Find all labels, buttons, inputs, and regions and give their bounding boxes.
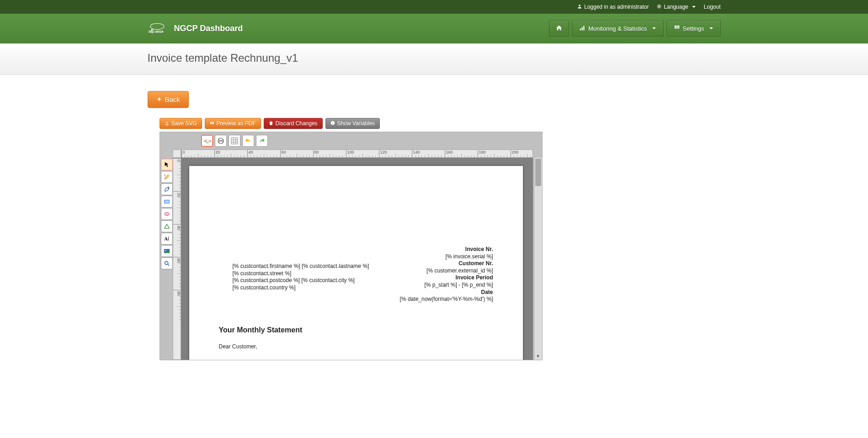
show-variables-button[interactable]: i Show Variables: [325, 118, 380, 129]
user-icon: [577, 4, 582, 10]
brand-title: NGCP Dashboard: [174, 24, 243, 33]
svg-rect-23: [231, 138, 238, 144]
preview-pdf-button[interactable]: Preview as PDF: [205, 118, 261, 129]
svg-rect-26: [164, 200, 169, 203]
text-tool[interactable]: A: [161, 233, 173, 245]
svg-rect-10: [676, 27, 677, 28]
monitoring-button[interactable]: Monitoring & Statistics: [572, 20, 664, 37]
invoice-meta-value: [% customer.external_id %]: [400, 267, 493, 275]
logout-link[interactable]: Logout: [704, 4, 721, 10]
discard-label: Discard Changes: [276, 120, 318, 127]
svg-point-2: [150, 23, 164, 29]
undo-tool[interactable]: [242, 135, 254, 147]
invoice-greeting: Dear Customer,: [219, 343, 257, 350]
path-tool[interactable]: [161, 220, 173, 232]
brand[interactable]: sip:wise NGCP Dashboard: [148, 22, 243, 35]
home-icon: [556, 25, 562, 32]
editor-top-toolbar: <>svg: [160, 132, 542, 150]
select-tool[interactable]: [161, 159, 173, 171]
svg-rect-4: [581, 27, 582, 30]
canvas-viewport[interactable]: [% custcontact.firstname %] [% custconta…: [181, 158, 533, 360]
svg-editor: <>svg 2 A: [160, 132, 543, 360]
page-title-wrap: Invoice template Rechnung_v1: [0, 43, 868, 75]
caret-down-icon: [709, 27, 713, 29]
scroll-thumb[interactable]: [535, 159, 541, 186]
edit-source-tool[interactable]: <>svg: [201, 135, 213, 147]
globe-icon: [657, 4, 661, 10]
language-link[interactable]: Language: [657, 4, 695, 10]
rect-tool[interactable]: [161, 196, 173, 208]
svg-rect-7: [676, 25, 677, 27]
bars-icon: [580, 25, 585, 32]
svg-point-27: [164, 213, 169, 216]
svg-text:2: 2: [164, 174, 165, 176]
discard-button[interactable]: Discard Changes: [264, 118, 323, 129]
save-svg-button[interactable]: Save SVG: [160, 118, 202, 129]
invoice-meta-label: Invoice Period: [400, 274, 493, 282]
svg-point-0: [579, 5, 580, 6]
preview-pdf-label: Preview as PDF: [217, 120, 256, 127]
canvas-page[interactable]: [% custcontact.firstname %] [% custconta…: [189, 166, 523, 360]
svg-text:A: A: [164, 236, 168, 241]
invoice-meta-value: [% invoice.serial %]: [400, 253, 493, 261]
invoice-address-line: [% custcontact.firstname %] [% custconta…: [233, 263, 369, 270]
monitoring-label: Monitoring & Statistics: [588, 25, 647, 32]
info-icon: i: [330, 120, 335, 127]
svg-text:>: >: [208, 138, 211, 144]
grid-tool[interactable]: [229, 135, 240, 147]
caret-down-icon: [652, 27, 656, 29]
arrow-left-icon: [156, 96, 162, 103]
invoice-meta-block: Invoice Nr. [% invoice.serial %] Custome…: [400, 246, 493, 303]
svg-rect-3: [580, 28, 581, 30]
trash-icon: [269, 120, 273, 127]
svg-rect-9: [674, 27, 676, 28]
grid-icon: [674, 25, 680, 32]
header: sip:wise NGCP Dashboard Monitoring & Sta…: [0, 14, 868, 43]
invoice-address-line: [% custcontact.street %]: [233, 270, 369, 278]
language-label: Language: [664, 4, 688, 10]
vertical-scrollbar[interactable]: ▲ ▼: [534, 158, 542, 360]
page-title: Invoice template Rechnung_v1: [148, 52, 721, 64]
invoice-address-line: [% custcontact.postcode %] [% custcontac…: [233, 277, 369, 284]
svg-rect-6: [674, 25, 676, 27]
logged-in-link[interactable]: Logged in as administrator: [577, 4, 649, 10]
zoom-tool[interactable]: [161, 257, 173, 269]
invoice-address-block: [% custcontact.firstname %] [% custconta…: [233, 263, 369, 291]
tool-palette: 2 A: [160, 158, 173, 270]
svg-rect-12: [158, 99, 161, 100]
settings-label: Settings: [683, 25, 704, 32]
topbar: Logged in as administrator Language Logo…: [0, 0, 868, 14]
image-tool[interactable]: [161, 245, 173, 257]
redo-tool[interactable]: [256, 135, 268, 147]
invoice-meta-label: Customer Nr.: [400, 260, 493, 267]
wireframe-tool[interactable]: [215, 135, 227, 147]
scroll-down-icon[interactable]: ▼: [534, 353, 542, 360]
download-icon: [165, 120, 169, 127]
svg-rect-5: [583, 26, 584, 30]
svg-rect-8: [678, 25, 679, 27]
svg-rect-11: [678, 27, 679, 28]
invoice-meta-value: [% p_start %] - [% p_end %]: [400, 282, 493, 289]
back-label: Back: [165, 96, 180, 103]
settings-button[interactable]: Settings: [666, 20, 721, 37]
logged-in-label: Logged in as administrator: [584, 4, 649, 10]
svg-point-31: [165, 250, 166, 251]
save-svg-label: Save SVG: [171, 120, 197, 127]
home-button[interactable]: [549, 20, 569, 37]
show-variables-label: Show Variables: [337, 120, 375, 127]
ruler-horizontal: 020406080100120140160180200: [181, 150, 533, 158]
invoice-address-line: [% custcontact.country %]: [233, 284, 369, 292]
eye-icon: [210, 120, 214, 127]
back-button[interactable]: Back: [148, 91, 189, 108]
invoice-meta-label: Invoice Nr.: [400, 246, 493, 253]
svg-text:g: g: [207, 141, 208, 144]
invoice-meta-value: [% date_now(format='%Y-%m-%d') %]: [400, 296, 493, 303]
pencil-tool[interactable]: 2: [161, 171, 173, 183]
ruler-vertical: 020406080: [173, 158, 181, 360]
pen-tool[interactable]: [161, 183, 173, 195]
invoice-meta-label: Date: [400, 289, 493, 296]
ellipse-tool[interactable]: [161, 208, 173, 220]
brand-logo-icon: sip:wise: [148, 22, 170, 35]
svg-text:i: i: [332, 122, 333, 125]
brand-prefix: sip:wise: [148, 29, 163, 34]
